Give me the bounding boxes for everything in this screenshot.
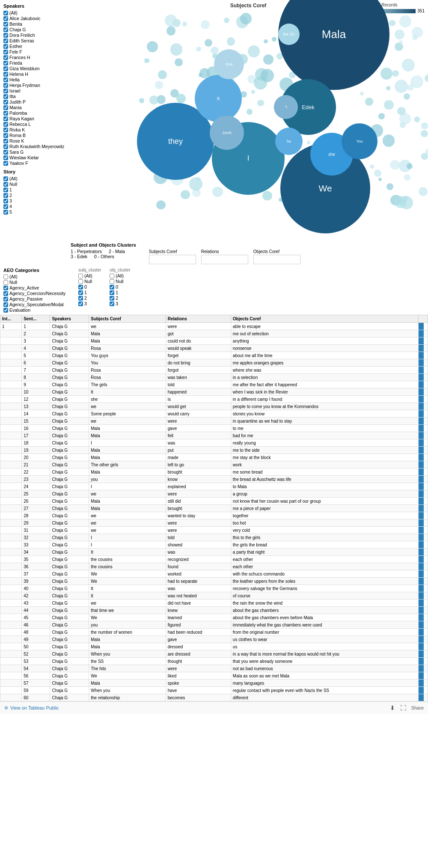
table-row[interactable]: 4Chaja GRosawould speaknonsense (0, 345, 428, 352)
table-row[interactable]: 60Chaja Gthe relationshipbecomesdifferen… (0, 694, 428, 701)
table-row[interactable]: 17Chaja GMalafeltbad for me (0, 432, 428, 439)
relations-input[interactable] (201, 255, 248, 264)
table-row[interactable]: 43Chaja Gwedid not havethe rain the snow… (0, 600, 428, 607)
table-row[interactable]: 3Chaja GMalacould not doanything (0, 337, 428, 345)
story-item[interactable]: 1 (3, 187, 65, 192)
table-row[interactable]: 19Chaja GMalaputme to the side (0, 447, 428, 454)
table-row[interactable]: 21Chaja GThe other girlsleft to gowork (0, 461, 428, 468)
table-row[interactable]: 44Chaja Gthat time weknewabout the gas c… (0, 607, 428, 614)
table-row[interactable]: 22Chaja GMalabroughtme some bread (0, 468, 428, 476)
obj-cluster-item[interactable]: 2 (110, 295, 130, 301)
aeo-item[interactable]: Agency_Passive (3, 296, 70, 301)
table-row[interactable]: 2Chaja GMalagotme out of selection (0, 330, 428, 337)
table-row[interactable]: 32Chaja GItoldthis to the girls (0, 534, 428, 541)
story-item[interactable]: (All) (3, 176, 65, 181)
fullscreen-icon[interactable]: ⛶ (400, 704, 406, 711)
table-row[interactable]: 18Chaja GIwasreally young (0, 439, 428, 447)
speaker-item[interactable]: Giza Weisblum (3, 66, 65, 71)
speaker-item[interactable]: Rivka K (3, 127, 65, 132)
speaker-item[interactable]: Itta (3, 94, 65, 99)
speaker-item[interactable]: Edith Serras (3, 38, 65, 43)
table-row[interactable]: 31Chaja Gwewerevery cold (0, 527, 428, 534)
aeo-item[interactable]: Null (3, 280, 70, 285)
speaker-item[interactable]: Mania (3, 105, 65, 110)
subj-cluster-item[interactable]: 2 (78, 295, 101, 301)
table-row[interactable]: 35Chaja Gthe cousinsrecognizedeach other (0, 556, 428, 563)
download-icon[interactable]: ⬇ (390, 704, 395, 711)
subj-cluster-item[interactable]: 1 (78, 290, 101, 295)
table-row[interactable]: 46Chaja Gyoufiguredimmediately what the … (0, 621, 428, 629)
speaker-item[interactable]: Israel (3, 88, 65, 93)
obj-cluster-item[interactable]: 1 (110, 290, 130, 295)
speaker-item[interactable]: Chaja G (3, 27, 65, 32)
obj-cluster-item[interactable]: 0 (110, 284, 130, 289)
table-row[interactable]: 48Chaja Gthe number of womenhad been red… (0, 629, 428, 636)
speaker-item[interactable]: (All) (3, 10, 65, 15)
table-row[interactable]: 37Chaja GWeworkedwith the schuco command… (0, 570, 428, 578)
table-header-cell[interactable] (418, 315, 428, 323)
subj-cluster-item[interactable]: 0 (78, 284, 101, 289)
table-row[interactable]: 25Chaja Gwewerea group (0, 490, 428, 498)
table-row[interactable]: 9Chaja GThe girlstoldme after the fact a… (0, 381, 428, 388)
speaker-item[interactable]: Yaakov F (3, 161, 65, 166)
footer-left[interactable]: ❊ View on Tableau Public (4, 705, 59, 711)
table-row[interactable]: 26Chaja GMalastill didnot know that her … (0, 498, 428, 505)
bubble-chart[interactable]: MalaWetheyIEdeksheYouItJurekOne"Ihethe S… (68, 9, 428, 231)
aeo-item[interactable]: Agency_Coercion/Necessity (3, 291, 70, 296)
bubble-one[interactable]: One (214, 49, 244, 79)
speaker-item[interactable]: Judith P (3, 99, 65, 104)
table-row[interactable]: 54Chaja GThe hitswerenot as bad numerous (0, 665, 428, 672)
aeo-item[interactable]: Evaluation (3, 307, 70, 313)
story-item[interactable]: 3 (3, 198, 65, 203)
table-row[interactable]: 28Chaja Gwewanted to staytogether (0, 512, 428, 519)
table-row[interactable]: 52Chaja GWhen youare dressedin a way tha… (0, 650, 428, 658)
table-row[interactable]: 33Chaja GIshowedthe girls the bread (0, 541, 428, 549)
speaker-item[interactable]: Helena H (3, 72, 65, 77)
obj-cluster-item[interactable]: 3 (110, 301, 130, 306)
table-header-cell[interactable]: Relations (166, 315, 231, 323)
subj-cluster-item[interactable]: (All) (78, 273, 101, 278)
speaker-item[interactable]: Ruth Krautwirth Meyerowitz (3, 144, 65, 149)
bubble-I_quote[interactable]: "I (274, 95, 298, 119)
table-row[interactable]: 29Chaja Gweweretoo hot (0, 519, 428, 527)
table-row[interactable]: 36Chaja Gthe cousinsfoundeach other (0, 563, 428, 570)
speaker-item[interactable]: Sara G (3, 149, 65, 155)
table-header-cell[interactable]: Sent... (22, 315, 50, 323)
speaker-item[interactable]: Dora Freilich (3, 33, 65, 38)
subj-cluster-item[interactable]: Null (78, 279, 101, 284)
table-row[interactable]: 8Chaja GRosawas takenin a selection (0, 374, 428, 381)
table-header-cell[interactable]: Int... (0, 315, 22, 323)
table-row[interactable]: 11Chaja Gwewereable to escape (0, 323, 428, 330)
table-row[interactable]: 45Chaja GWelearnedabout the gas chambers… (0, 614, 428, 621)
story-item[interactable]: 5 (3, 209, 65, 215)
subjects-coref-input[interactable] (149, 255, 196, 264)
story-item[interactable]: Null (3, 182, 65, 187)
speaker-item[interactable]: Alice Jakubovic (3, 16, 65, 21)
story-item[interactable]: 4 (3, 204, 65, 209)
subj-cluster-item[interactable]: 3 (78, 301, 101, 306)
speaker-item[interactable]: Wieslaw Kielar (3, 155, 65, 160)
table-header-cell[interactable]: Objects Coref (231, 315, 418, 323)
table-row[interactable]: 5Chaja GYou guysforgetabout me all the t… (0, 352, 428, 359)
table-row[interactable]: 7Chaja GRosaforgotwhere she was (0, 367, 428, 374)
speaker-item[interactable]: Rose K (3, 138, 65, 143)
share-label[interactable]: Share (411, 705, 424, 710)
table-row[interactable]: 34Chaja GItwasa party that night (0, 549, 428, 556)
table-row[interactable]: 13Chaja Gwewould getpeople to come you k… (0, 403, 428, 410)
table-header-cell[interactable]: Subjects Coref (89, 315, 166, 323)
table-row[interactable]: 57Chaja GMalaspokemany languages (0, 680, 428, 687)
table-row[interactable]: 14Chaja GSome peoplewould carrystones yo… (0, 410, 428, 418)
table-row[interactable]: 12Chaja Gsheisin a different camp I foun… (0, 396, 428, 403)
table-row[interactable]: 16Chaja GMalagaveto me (0, 425, 428, 432)
table-header-cell[interactable]: Speakers (50, 315, 89, 323)
speaker-item[interactable]: Frieda (3, 60, 65, 66)
speaker-item[interactable]: Esther (3, 44, 65, 49)
table-row[interactable]: 24Chaja GIexplainedto Mala (0, 483, 428, 490)
speaker-item[interactable]: Fele F (3, 49, 65, 54)
aeo-item[interactable]: (All) (3, 274, 70, 279)
table-row[interactable]: 56Chaja GWelikedMala as soon as we met M… (0, 672, 428, 680)
table-row[interactable]: 53Chaja Gthe SSthoughtthat you were alre… (0, 658, 428, 665)
table-row[interactable]: 42Chaja GItwas not heatedof course (0, 592, 428, 600)
bubble-he[interactable]: he (275, 128, 303, 155)
bubble-it_bubble[interactable]: It (195, 75, 242, 122)
